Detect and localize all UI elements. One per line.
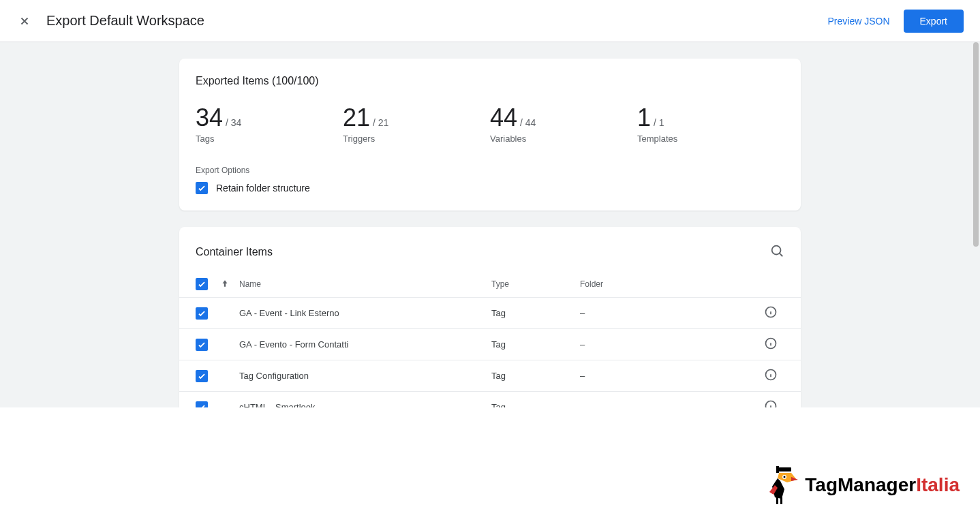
- row-name: cHTML - Smartlook: [239, 402, 491, 407]
- stat-tags: 34 / 34 Tags: [196, 104, 343, 144]
- exported-items-card: Exported Items (100/100) 34 / 34 Tags 21…: [179, 59, 801, 211]
- stat-variables: 44 / 44 Variables: [490, 104, 637, 144]
- select-all-checkbox[interactable]: [196, 278, 208, 290]
- row-checkbox[interactable]: [196, 339, 208, 351]
- stat-total: / 1: [654, 117, 664, 128]
- stat-label: Templates: [637, 134, 784, 144]
- container-items-card: Container Items Name Type Folder: [179, 227, 801, 407]
- row-type: Tag: [491, 339, 580, 350]
- row-name: Tag Configuration: [239, 371, 491, 381]
- stat-templates: 1 / 1 Templates: [637, 104, 784, 144]
- row-folder: –: [580, 402, 757, 407]
- header-bar: Export Default Workspace Preview JSON Ex…: [0, 0, 980, 42]
- info-icon[interactable]: [764, 337, 778, 352]
- table-row[interactable]: cHTML - Smartlook Tag –: [179, 392, 801, 407]
- container-items-title: Container Items: [196, 246, 273, 258]
- retain-folder-label: Retain folder structure: [216, 183, 310, 194]
- info-icon[interactable]: [764, 305, 778, 321]
- preview-json-link[interactable]: Preview JSON: [828, 16, 890, 27]
- row-type: Tag: [491, 308, 580, 318]
- stat-label: Tags: [196, 134, 343, 144]
- sort-arrow-icon[interactable]: [220, 279, 230, 290]
- table-row[interactable]: GA - Evento - Form Contatti Tag –: [179, 329, 801, 360]
- row-folder: –: [580, 339, 757, 350]
- stat-label: Triggers: [343, 134, 490, 144]
- row-type: Tag: [491, 371, 580, 381]
- row-folder: –: [580, 371, 757, 381]
- svg-point-0: [772, 246, 781, 255]
- row-checkbox[interactable]: [196, 401, 208, 408]
- export-options-label: Export Options: [196, 166, 784, 175]
- stat-total: / 44: [520, 117, 536, 128]
- close-icon[interactable]: [16, 13, 33, 29]
- stat-value: 44: [490, 104, 517, 132]
- stat-total: / 21: [373, 117, 388, 128]
- stat-label: Variables: [490, 134, 637, 144]
- row-name: GA - Event - Link Esterno: [239, 308, 491, 318]
- row-name: GA - Evento - Form Contatti: [239, 339, 491, 350]
- row-folder: –: [580, 308, 757, 318]
- page-title: Export Default Workspace: [46, 13, 828, 29]
- info-icon[interactable]: [764, 368, 778, 384]
- stat-value: 21: [343, 104, 370, 132]
- stat-total: / 34: [226, 117, 241, 128]
- stat-value: 1: [637, 104, 651, 132]
- row-checkbox[interactable]: [196, 307, 208, 320]
- search-icon[interactable]: [769, 243, 784, 260]
- row-type: Tag: [491, 402, 580, 407]
- column-name[interactable]: Name: [239, 279, 491, 289]
- info-icon[interactable]: [764, 399, 778, 407]
- column-folder[interactable]: Folder: [580, 279, 757, 289]
- export-button[interactable]: Export: [904, 10, 964, 33]
- row-checkbox[interactable]: [196, 370, 208, 382]
- column-type[interactable]: Type: [491, 279, 580, 289]
- table-row[interactable]: GA - Event - Link Esterno Tag –: [179, 298, 801, 329]
- table-header: Name Type Folder: [179, 271, 801, 298]
- table-row[interactable]: Tag Configuration Tag –: [179, 360, 801, 392]
- scrollbar[interactable]: [973, 42, 979, 247]
- content-area: Exported Items (100/100) 34 / 34 Tags 21…: [0, 42, 980, 407]
- stat-value: 34: [196, 104, 223, 132]
- exported-items-title: Exported Items (100/100): [196, 75, 784, 87]
- stat-triggers: 21 / 21 Triggers: [343, 104, 490, 144]
- stats-row: 34 / 34 Tags 21 / 21 Triggers 44 / 44: [196, 104, 784, 144]
- retain-folder-checkbox[interactable]: [196, 182, 208, 194]
